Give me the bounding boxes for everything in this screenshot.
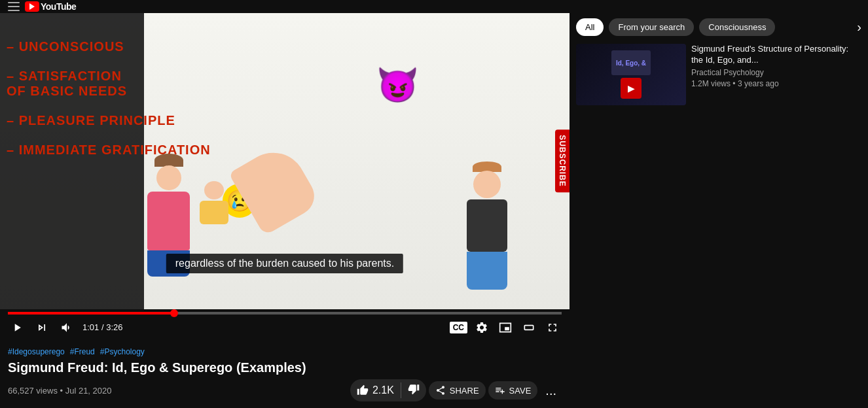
man-figure: [467, 162, 507, 290]
save-icon: [495, 385, 505, 396]
rec-video-item[interactable]: Id, Ego, & ▶ Sigmund Freud's Structure o…: [576, 44, 861, 105]
tag-idegosuperego[interactable]: #Idegosuperego: [8, 347, 65, 356]
top-bar: YouTube: [0, 0, 868, 13]
settings-icon: [475, 321, 488, 334]
share-icon: [435, 385, 446, 396]
fullscreen-icon: [546, 321, 559, 334]
play-icon: [10, 321, 24, 334]
rec-info-1: Sigmund Freud's Structure of Personality…: [691, 44, 861, 105]
theater-button[interactable]: [520, 318, 538, 337]
rec-meta-1: 1.2M views • 3 years ago: [691, 79, 861, 88]
drawing-hand: [228, 141, 321, 235]
video-controls: 1:01 / 3:26 CC: [0, 309, 570, 341]
rec-channel-1: Practical Psychology: [691, 68, 861, 77]
views-date: 66,527 views • Jul 21, 2020: [8, 386, 112, 396]
volume-button[interactable]: [58, 318, 76, 337]
theater-icon: [522, 321, 535, 334]
video-player[interactable]: – UNCONSCIOUS – SATISFACTIONOF BASIC NEE…: [0, 13, 570, 309]
share-label: SHARE: [450, 386, 479, 396]
video-section: – UNCONSCIOUS – SATISFACTIONOF BASIC NEE…: [0, 13, 570, 408]
wb-line-3: – PLEASURE PRINCIPLE: [7, 113, 211, 128]
meta-row: 66,527 views • Jul 21, 2020 2.1K: [8, 379, 562, 401]
like-count: 2.1K: [372, 384, 394, 396]
youtube-text: YouTube: [41, 1, 76, 12]
next-button[interactable]: [33, 318, 51, 337]
right-panel: All From your search Consciousness › Id,…: [570, 13, 868, 408]
rec-thumbnail-1: Id, Ego, & ▶: [576, 44, 686, 105]
more-options-button[interactable]: ...: [540, 381, 562, 401]
save-label: SAVE: [509, 386, 532, 396]
chip-all[interactable]: All: [576, 18, 604, 36]
thumbup-icon: [357, 384, 369, 396]
like-button[interactable]: 2.1K: [350, 381, 401, 400]
youtube-icon: [25, 1, 39, 12]
whiteboard-text-items: – UNCONSCIOUS – SATISFACTIONOF BASIC NEE…: [7, 39, 211, 158]
recommended-videos: Id, Ego, & ▶ Sigmund Freud's Structure o…: [576, 44, 861, 105]
devil-emoji: 😈: [376, 65, 419, 105]
dislike-button[interactable]: [401, 379, 426, 401]
chip-consciousness[interactable]: Consciousness: [699, 18, 775, 36]
save-button[interactable]: SAVE: [488, 381, 538, 400]
actions-bar: 2.1K SHARE: [350, 379, 562, 401]
miniplayer-icon: [499, 321, 512, 334]
miniplayer-button[interactable]: [496, 318, 515, 337]
baby-figure: [200, 181, 228, 224]
chip-from-search[interactable]: From your search: [609, 18, 694, 36]
cc-button[interactable]: CC: [450, 322, 467, 333]
video-content: – UNCONSCIOUS – SATISFACTIONOF BASIC NEE…: [0, 13, 570, 309]
wb-line-1: – UNCONSCIOUS: [7, 39, 211, 54]
tag-psychology[interactable]: #Psychology: [100, 347, 145, 356]
youtube-logo[interactable]: YouTube: [25, 1, 76, 12]
fullscreen-button[interactable]: [543, 318, 562, 337]
right-controls: CC: [450, 318, 562, 337]
hamburger-menu[interactable]: [8, 2, 20, 11]
tag-freud[interactable]: #Freud: [70, 347, 95, 356]
main-layout: – UNCONSCIOUS – SATISFACTIONOF BASIC NEE…: [0, 13, 868, 408]
share-button[interactable]: SHARE: [429, 381, 486, 400]
like-section: 2.1K: [350, 379, 426, 401]
tags-row: #Idegosuperego #Freud #Psychology: [8, 347, 562, 356]
video-info: #Idegosuperego #Freud #Psychology Sigmun…: [0, 341, 570, 408]
volume-icon: [60, 321, 73, 334]
play-button[interactable]: [8, 318, 26, 337]
subscribe-button[interactable]: SUBSCRIBE: [555, 130, 570, 193]
controls-row: 1:01 / 3:26 CC: [8, 314, 562, 341]
video-title: Sigmund Freud: Id, Ego & Superego (Examp…: [8, 360, 562, 375]
rec-title-1: Sigmund Freud's Structure of Personality…: [691, 44, 861, 66]
thumbdown-icon: [408, 383, 420, 395]
settings-button[interactable]: [473, 318, 491, 337]
subtitle-text: regardless of the burden caused to his p…: [166, 254, 403, 273]
wb-line-2: – SATISFACTIONOF BASIC NEEDS: [7, 69, 211, 99]
next-icon: [35, 321, 48, 334]
time-display: 1:01 / 3:26: [82, 322, 122, 332]
chip-next-button[interactable]: ›: [857, 20, 861, 35]
filter-chips: All From your search Consciousness ›: [576, 18, 861, 36]
